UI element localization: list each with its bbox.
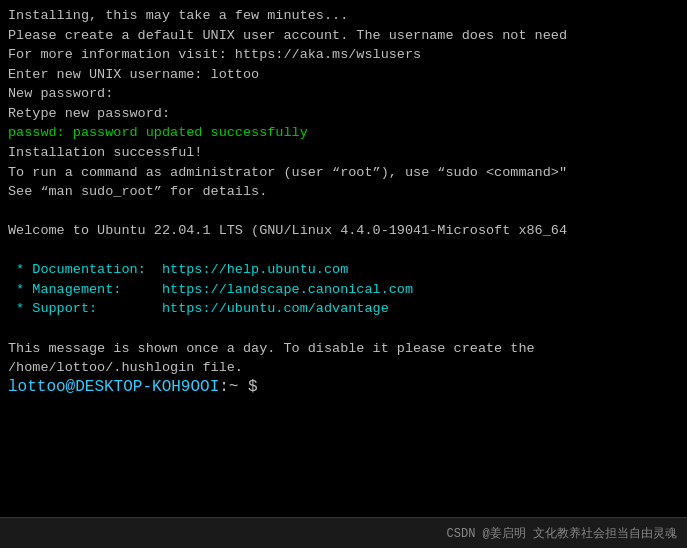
terminal-line-mgmt: * Management: https://landscape.canonica… bbox=[8, 280, 679, 300]
terminal-line: Please create a default UNIX user accoun… bbox=[8, 26, 679, 46]
terminal-line-blank bbox=[8, 319, 679, 339]
terminal-line-msg1: This message is shown once a day. To dis… bbox=[8, 339, 679, 359]
terminal-line-doc: * Documentation: https://help.ubuntu.com bbox=[8, 260, 679, 280]
terminal-line-support: * Support: https://ubuntu.com/advantage bbox=[8, 299, 679, 319]
terminal-line: Installing, this may take a few minutes.… bbox=[8, 6, 679, 26]
terminal-line-welcome: Welcome to Ubuntu 22.04.1 LTS (GNU/Linux… bbox=[8, 221, 679, 241]
footer-text: CSDN @姜启明 文化教养社会担当自由灵魂 bbox=[447, 527, 677, 541]
terminal-line: Enter new UNIX username: lottoo bbox=[8, 65, 679, 85]
prompt-symbol: $ bbox=[238, 378, 267, 396]
terminal-prompt[interactable]: lottoo@DESKTOP-KOH9OOI:~ $ bbox=[8, 378, 679, 396]
prompt-path: :~ bbox=[219, 378, 238, 396]
terminal-line-msg2: /home/lottoo/.hushlogin file. bbox=[8, 358, 679, 378]
terminal-window: Installing, this may take a few minutes.… bbox=[0, 0, 687, 548]
terminal-line-blank bbox=[8, 202, 679, 222]
terminal-line-blank bbox=[8, 241, 679, 261]
terminal-line: See “man sudo_root” for details. bbox=[8, 182, 679, 202]
terminal-line: Installation successful! bbox=[8, 143, 679, 163]
terminal-line: Retype new password: bbox=[8, 104, 679, 124]
terminal-line-success: passwd: password updated successfully bbox=[8, 123, 679, 143]
footer-bar: CSDN @姜启明 文化教养社会担当自由灵魂 bbox=[0, 517, 687, 548]
terminal-line: For more information visit: https://aka.… bbox=[8, 45, 679, 65]
terminal-line: New password: bbox=[8, 84, 679, 104]
terminal-output[interactable]: Installing, this may take a few minutes.… bbox=[0, 0, 687, 517]
prompt-user-host: lottoo@DESKTOP-KOH9OOI bbox=[8, 378, 219, 396]
terminal-line: To run a command as administrator (user … bbox=[8, 163, 679, 183]
